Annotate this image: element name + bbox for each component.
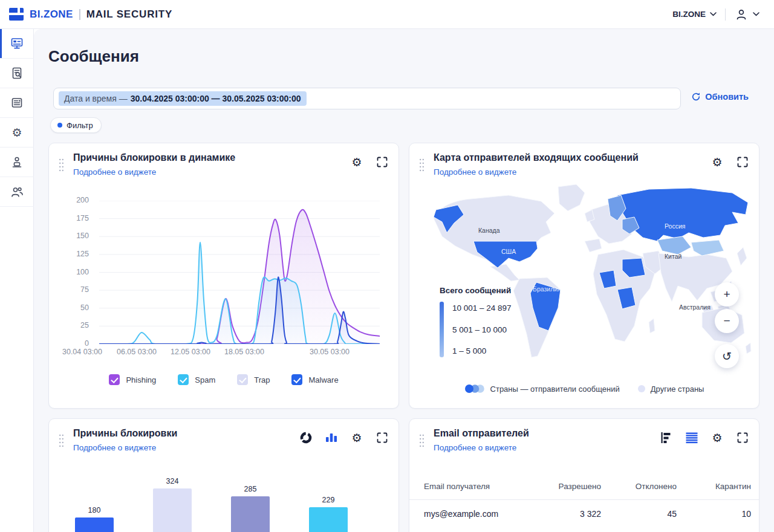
main-content: Сообщения Дата и время — 30.04.2025 03:0… [34,29,774,532]
brand-name: BI.ZONE [30,8,73,21]
legend-item-malware[interactable]: Malware [291,374,338,385]
filter-dot-icon [57,123,62,128]
other-countries-legend[interactable]: Другие страны [638,384,704,394]
count-cell: 3 322 [541,509,601,519]
view-list-button[interactable] [684,430,700,446]
expand-icon [737,432,749,444]
email-cell: mys@example.com [424,509,541,519]
x-tick-label: 12.05 03:00 [171,348,210,356]
drag-handle-icon[interactable] [57,432,65,451]
legend-label: Malware [308,375,338,384]
bar[interactable] [153,488,192,532]
y-tick-label: 100 [60,268,89,276]
legend-label: Trap [254,375,270,384]
view-bars-button[interactable] [324,430,339,446]
bar-value-label: 229 [309,496,348,504]
dashboard-monitor-icon [10,37,24,50]
legend-checkbox[interactable] [291,374,302,385]
bar-value-label: 324 [153,477,192,485]
drag-handle-icon[interactable] [57,157,65,175]
widget-settings-button[interactable]: ⚙ [709,154,725,170]
drag-handle-icon[interactable] [418,157,426,175]
widget-title: Email отправителей [434,428,529,439]
user-menu[interactable] [734,7,759,22]
table-header-row: Email получателяРазрешеноОтклоненоКарант… [409,473,759,500]
y-tick-label: 25 [60,321,89,329]
column-header[interactable]: Email получателя [424,482,541,491]
document-search-icon [10,66,24,80]
bar-chart-icon [325,431,338,444]
bar[interactable] [75,517,114,532]
sidebar-item-users[interactable] [0,177,34,207]
widget-expand-button[interactable] [735,430,750,446]
y-tick-label: 125 [60,250,89,258]
date-range-input[interactable]: Дата и время — 30.04.2025 03:00:00 — 30.… [53,88,681,109]
widget-settings-button[interactable]: ⚙ [349,154,365,170]
widget-details-link[interactable]: Подробнее о виджете [434,443,516,452]
sender-countries-toggle-icon [464,384,485,394]
filter-label: Фильтр [67,121,93,130]
widget-title: Причины блокировки [73,428,177,439]
map-legend-gradient-bar [440,302,444,357]
zoom-out-button[interactable]: − [715,309,739,333]
filter-button[interactable]: Фильтр [50,117,102,133]
widget-settings-button[interactable]: ⚙ [349,430,365,446]
map-label-canada: Канада [478,227,500,234]
widget-expand-button[interactable] [374,430,390,446]
refresh-label: Обновить [705,92,749,102]
x-tick-label: 30.05 03:00 [310,348,350,356]
sidebar-item-operator[interactable] [0,148,34,177]
refresh-button[interactable]: Обновить [691,92,749,102]
legend-label: Phishing [126,375,156,384]
sidebar-item-messages[interactable] [0,29,34,59]
table-row[interactable]: mys@example.com3 3224510 [409,500,759,528]
column-header[interactable]: Отклонено [601,482,677,491]
date-range-label: Дата и время — [64,94,128,103]
legend-checkbox[interactable] [178,374,189,385]
user-icon [734,7,749,22]
widget-expand-button[interactable] [735,154,750,170]
legend-checkbox[interactable] [237,374,248,385]
widget-blocking-reasons: Причины блокировки Подробнее о виджете ⚙ [48,418,399,532]
widget-expand-button[interactable] [374,154,390,170]
column-header[interactable]: Карантин [677,482,751,491]
widget-sender-emails: Email отправителей Подробнее о виджете [409,418,759,532]
bar[interactable] [231,496,270,532]
drag-handle-icon[interactable] [418,432,426,451]
widget-settings-button[interactable]: ⚙ [709,430,725,446]
other-countries-dot-icon [638,385,645,392]
other-countries-label: Другие страны [651,384,704,394]
legend-item-phishing[interactable]: Phishing [109,374,156,385]
widget-details-link[interactable]: Подробнее о виджете [73,167,156,177]
sender-countries-legend[interactable]: Страны — отправители сообщений [464,384,620,394]
operator-icon [10,155,24,169]
widget-details-link[interactable]: Подробнее о виджете [434,167,516,177]
widget-sender-map: Карта отправителей входящих сообщений По… [409,143,759,409]
date-range-chip[interactable]: Дата и время — 30.04.2025 03:00:00 — 30.… [59,91,307,106]
bar[interactable] [309,507,348,532]
bizone-logo-icon [8,8,24,21]
legend-item-trap[interactable]: Trap [237,374,270,385]
page-title: Сообщения [48,47,139,66]
y-tick-label: 175 [60,214,89,222]
org-switcher[interactable]: BI.ZONE [672,10,717,19]
y-tick-label: 150 [60,232,89,240]
sidebar-item-reports[interactable] [0,88,34,118]
zoom-in-button[interactable]: + [715,282,739,307]
map-legend: Всего сообщений 10 001 – 24 8975 001 – 1… [440,286,512,357]
sidebar-item-search-reports[interactable] [0,59,34,88]
donut-chart-icon [299,431,313,444]
count-cell: 45 [601,509,677,519]
reset-zoom-button[interactable]: ↺ [715,344,739,368]
expand-icon [737,156,749,168]
top-header: BI.ZONE MAIL SECURITY BI.ZONE [0,0,774,29]
view-donut-button[interactable] [298,430,314,446]
legend-checkbox[interactable] [109,374,120,385]
legend-item-spam[interactable]: Spam [178,374,215,385]
column-header[interactable]: Разрешено [541,482,601,491]
map-range-label: 1 – 5 000 [452,346,512,355]
sidebar-item-settings[interactable]: ⚙ [0,118,34,148]
divider [725,8,726,21]
widget-details-link[interactable]: Подробнее о виджете [73,443,156,452]
view-hbar-button[interactable] [659,430,674,446]
